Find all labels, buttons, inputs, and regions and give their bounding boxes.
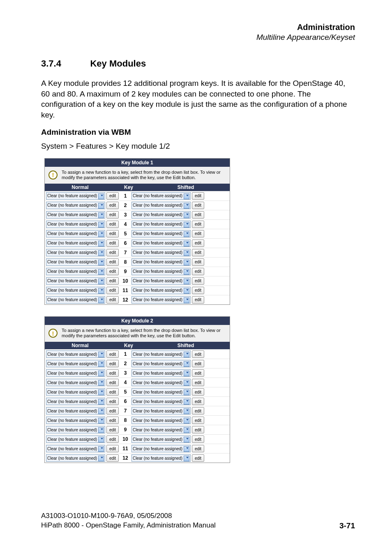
normal-edit-button[interactable]: edit bbox=[106, 211, 119, 219]
normal-edit-button[interactable]: edit bbox=[106, 388, 119, 396]
normal-function-select[interactable]: Clear (no feature assigned) bbox=[46, 240, 105, 247]
normal-function-select[interactable]: Clear (no feature assigned) bbox=[46, 230, 105, 237]
shifted-function-select[interactable]: Clear (no feature assigned) bbox=[131, 230, 191, 237]
normal-function-select[interactable]: Clear (no feature assigned) bbox=[46, 268, 105, 275]
normal-function-select[interactable]: Clear (no feature assigned) bbox=[46, 192, 105, 200]
shifted-edit-button[interactable]: edit bbox=[192, 417, 204, 424]
shifted-edit-button[interactable]: edit bbox=[192, 249, 204, 256]
normal-function-select[interactable]: Clear (no feature assigned) bbox=[46, 350, 105, 358]
normal-function-select[interactable]: Clear (no feature assigned) bbox=[46, 407, 105, 415]
normal-edit-button[interactable]: edit bbox=[106, 435, 119, 443]
normal-edit-button[interactable]: edit bbox=[106, 230, 119, 237]
chevron-down-icon bbox=[186, 299, 189, 300]
normal-edit-button[interactable]: edit bbox=[106, 249, 119, 256]
shifted-function-select[interactable]: Clear (no feature assigned) bbox=[131, 211, 191, 219]
shifted-function-select[interactable]: Clear (no feature assigned) bbox=[131, 192, 191, 200]
shifted-edit-button[interactable]: edit bbox=[192, 277, 204, 285]
normal-edit-button[interactable]: edit bbox=[106, 398, 119, 405]
shifted-edit-button[interactable]: edit bbox=[192, 379, 204, 386]
shifted-function-select[interactable]: Clear (no feature assigned) bbox=[131, 277, 191, 285]
shifted-function-select[interactable]: Clear (no feature assigned) bbox=[131, 249, 191, 256]
normal-function-select[interactable]: Clear (no feature assigned) bbox=[46, 360, 105, 367]
shifted-edit-button[interactable]: edit bbox=[192, 435, 204, 443]
normal-edit-button[interactable]: edit bbox=[106, 240, 119, 247]
shifted-function-select[interactable]: Clear (no feature assigned) bbox=[131, 454, 191, 462]
shifted-function-select[interactable]: Clear (no feature assigned) bbox=[131, 240, 191, 247]
normal-edit-button[interactable]: edit bbox=[106, 268, 119, 275]
normal-function-select[interactable]: Clear (no feature assigned) bbox=[46, 258, 105, 266]
normal-edit-button[interactable]: edit bbox=[106, 454, 119, 462]
normal-function-select[interactable]: Clear (no feature assigned) bbox=[46, 221, 105, 228]
shifted-edit-button[interactable]: edit bbox=[192, 192, 204, 200]
normal-function-select[interactable]: Clear (no feature assigned) bbox=[46, 249, 105, 256]
shifted-function-select[interactable]: Clear (no feature assigned) bbox=[131, 398, 191, 405]
normal-function-select[interactable]: Clear (no feature assigned) bbox=[46, 211, 105, 219]
normal-function-select[interactable]: Clear (no feature assigned) bbox=[46, 445, 105, 452]
shifted-edit-button[interactable]: edit bbox=[192, 240, 204, 247]
shifted-edit-button[interactable]: edit bbox=[192, 296, 204, 304]
shifted-edit-button[interactable]: edit bbox=[192, 369, 204, 377]
normal-edit-button[interactable]: edit bbox=[106, 407, 119, 415]
normal-edit-button[interactable]: edit bbox=[106, 379, 119, 386]
shifted-function-select[interactable]: Clear (no feature assigned) bbox=[131, 221, 191, 228]
select-value: Clear (no feature assigned) bbox=[47, 241, 97, 245]
normal-function-select[interactable]: Clear (no feature assigned) bbox=[46, 202, 105, 209]
normal-edit-button[interactable]: edit bbox=[106, 360, 119, 367]
normal-edit-button[interactable]: edit bbox=[106, 445, 119, 452]
shifted-edit-button[interactable]: edit bbox=[192, 360, 204, 367]
shifted-function-select[interactable]: Clear (no feature assigned) bbox=[131, 379, 191, 386]
shifted-edit-button[interactable]: edit bbox=[192, 287, 204, 294]
shifted-edit-button[interactable]: edit bbox=[192, 426, 204, 433]
shifted-edit-button[interactable]: edit bbox=[192, 202, 204, 209]
normal-function-select[interactable]: Clear (no feature assigned) bbox=[46, 379, 105, 386]
normal-function-select[interactable]: Clear (no feature assigned) bbox=[46, 277, 105, 285]
normal-function-select[interactable]: Clear (no feature assigned) bbox=[46, 417, 105, 424]
normal-edit-button[interactable]: edit bbox=[106, 221, 119, 228]
shifted-edit-button[interactable]: edit bbox=[192, 454, 204, 462]
shifted-function-select[interactable]: Clear (no feature assigned) bbox=[131, 360, 191, 367]
normal-function-select[interactable]: Clear (no feature assigned) bbox=[46, 296, 105, 304]
normal-function-select[interactable]: Clear (no feature assigned) bbox=[46, 369, 105, 377]
normal-function-select[interactable]: Clear (no feature assigned) bbox=[46, 435, 105, 443]
normal-edit-button[interactable]: edit bbox=[106, 258, 119, 266]
normal-edit-button[interactable]: edit bbox=[106, 192, 119, 200]
shifted-function-select[interactable]: Clear (no feature assigned) bbox=[131, 426, 191, 433]
shifted-edit-button[interactable]: edit bbox=[192, 388, 204, 396]
shifted-function-select[interactable]: Clear (no feature assigned) bbox=[131, 287, 191, 294]
shifted-edit-button[interactable]: edit bbox=[192, 221, 204, 228]
normal-edit-button[interactable]: edit bbox=[106, 426, 119, 433]
shifted-edit-button[interactable]: edit bbox=[192, 258, 204, 266]
shifted-function-select[interactable]: Clear (no feature assigned) bbox=[131, 258, 191, 266]
normal-edit-button[interactable]: edit bbox=[106, 202, 119, 209]
shifted-function-select[interactable]: Clear (no feature assigned) bbox=[131, 350, 191, 358]
shifted-function-select[interactable]: Clear (no feature assigned) bbox=[131, 369, 191, 377]
shifted-edit-button[interactable]: edit bbox=[192, 230, 204, 237]
normal-function-select[interactable]: Clear (no feature assigned) bbox=[46, 287, 105, 294]
shifted-edit-button[interactable]: edit bbox=[192, 445, 204, 452]
shifted-function-select[interactable]: Clear (no feature assigned) bbox=[131, 417, 191, 424]
shifted-function-select[interactable]: Clear (no feature assigned) bbox=[131, 388, 191, 396]
shifted-function-select[interactable]: Clear (no feature assigned) bbox=[131, 268, 191, 275]
shifted-function-select[interactable]: Clear (no feature assigned) bbox=[131, 445, 191, 452]
shifted-function-select[interactable]: Clear (no feature assigned) bbox=[131, 202, 191, 209]
page-number: 3-71 bbox=[339, 521, 355, 530]
normal-function-select[interactable]: Clear (no feature assigned) bbox=[46, 454, 105, 462]
shifted-edit-button[interactable]: edit bbox=[192, 350, 204, 358]
normal-function-select[interactable]: Clear (no feature assigned) bbox=[46, 398, 105, 405]
shifted-edit-button[interactable]: edit bbox=[192, 268, 204, 275]
shifted-edit-button[interactable]: edit bbox=[192, 398, 204, 405]
chevron-down-icon bbox=[101, 410, 103, 411]
normal-edit-button[interactable]: edit bbox=[106, 277, 119, 285]
normal-function-select[interactable]: Clear (no feature assigned) bbox=[46, 426, 105, 433]
normal-edit-button[interactable]: edit bbox=[106, 417, 119, 424]
normal-function-select[interactable]: Clear (no feature assigned) bbox=[46, 388, 105, 396]
normal-edit-button[interactable]: edit bbox=[106, 287, 119, 294]
normal-edit-button[interactable]: edit bbox=[106, 296, 119, 304]
shifted-function-select[interactable]: Clear (no feature assigned) bbox=[131, 296, 191, 304]
shifted-edit-button[interactable]: edit bbox=[192, 407, 204, 415]
shifted-function-select[interactable]: Clear (no feature assigned) bbox=[131, 435, 191, 443]
normal-edit-button[interactable]: edit bbox=[106, 369, 119, 377]
normal-edit-button[interactable]: edit bbox=[106, 350, 119, 358]
shifted-edit-button[interactable]: edit bbox=[192, 211, 204, 219]
shifted-function-select[interactable]: Clear (no feature assigned) bbox=[131, 407, 191, 415]
